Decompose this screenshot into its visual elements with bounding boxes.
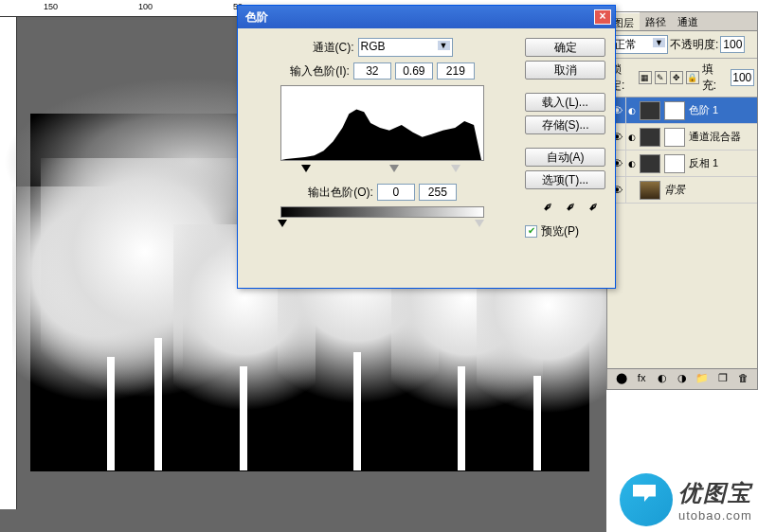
auto-button[interactable]: 自动(A) bbox=[525, 148, 605, 167]
layer-thumb bbox=[640, 128, 660, 147]
layer-item[interactable]: 👁 背景 bbox=[607, 177, 757, 204]
adjustment-icon: ◐ bbox=[626, 106, 638, 115]
channel-label: 通道(C): bbox=[313, 40, 354, 56]
output-black-slider[interactable] bbox=[278, 220, 287, 227]
tab-channels[interactable]: 通道 bbox=[672, 12, 704, 30]
new-layer-icon[interactable]: ❐ bbox=[715, 372, 731, 387]
lock-brush-icon[interactable]: ✎ bbox=[655, 71, 668, 84]
layer-name: 反相 1 bbox=[687, 156, 718, 170]
layer-item[interactable]: 👁 ◐ 反相 1 bbox=[607, 151, 757, 177]
layer-item[interactable]: 👁 ◐ 通道混合器 bbox=[607, 124, 757, 151]
output-white-slider[interactable] bbox=[475, 220, 484, 227]
channel-value: RGB bbox=[361, 40, 386, 53]
input-black-field[interactable]: 32 bbox=[353, 62, 391, 80]
folder-icon[interactable]: 📁 bbox=[695, 372, 710, 387]
tab-paths[interactable]: 路径 bbox=[640, 12, 672, 30]
histogram bbox=[280, 85, 484, 161]
channel-select[interactable]: RGB bbox=[358, 38, 453, 57]
fill-field[interactable]: 100 bbox=[731, 69, 754, 86]
layer-name: 通道混合器 bbox=[687, 130, 741, 144]
trunk bbox=[533, 376, 541, 470]
output-slider[interactable] bbox=[280, 220, 484, 231]
layer-thumb bbox=[640, 181, 660, 200]
trash-icon[interactable]: 🗑 bbox=[735, 372, 750, 387]
cancel-button[interactable]: 取消 bbox=[525, 61, 605, 80]
adjustment-icon: ◐ bbox=[626, 133, 638, 142]
gamma-slider[interactable] bbox=[389, 165, 399, 172]
input-slider[interactable] bbox=[280, 165, 484, 176]
options-button[interactable]: 选项(T)... bbox=[525, 170, 605, 189]
brand-cn: 优图宝 bbox=[678, 478, 752, 508]
layer-item[interactable]: 👁 ◐ 色阶 1 bbox=[607, 98, 757, 124]
layer-name: 背景 bbox=[662, 183, 685, 197]
output-gradient bbox=[280, 206, 484, 218]
lock-move-icon[interactable]: ✥ bbox=[670, 71, 683, 84]
input-white-field[interactable]: 219 bbox=[437, 62, 475, 80]
opacity-label: 不透明度: bbox=[670, 37, 718, 53]
link-icon[interactable]: ⬤ bbox=[614, 372, 629, 387]
layer-thumb bbox=[640, 154, 660, 173]
ok-button[interactable]: 确定 bbox=[525, 38, 605, 57]
lock-transparency-icon[interactable]: ▦ bbox=[639, 71, 652, 84]
output-black-field[interactable]: 0 bbox=[377, 184, 415, 201]
trunk bbox=[353, 352, 361, 470]
brand-watermark: 优图宝 utobao.com bbox=[620, 473, 752, 526]
trunk bbox=[154, 338, 162, 470]
dialog-title: 色阶 bbox=[242, 9, 268, 26]
trunk bbox=[107, 357, 115, 470]
input-levels-label: 输入色阶(I): bbox=[290, 63, 350, 80]
dialog-titlebar[interactable]: 色阶 × bbox=[238, 6, 615, 28]
lock-all-icon[interactable]: 🔒 bbox=[686, 71, 699, 84]
save-button[interactable]: 存储(S)... bbox=[525, 115, 605, 134]
layers-panel: 图层 路径 通道 正常 不透明度: 100 锁定: ▦ ✎ ✥ 🔒 填充: 10… bbox=[606, 11, 758, 390]
mask-icon[interactable]: ◐ bbox=[655, 372, 670, 387]
preview-label: 预览(P) bbox=[541, 223, 579, 239]
brand-logo-icon bbox=[620, 473, 673, 526]
blend-mode-value: 正常 bbox=[614, 38, 637, 51]
input-gamma-field[interactable]: 0.69 bbox=[395, 62, 433, 80]
levels-dialog: 色阶 × 通道(C): RGB 输入色阶(I): 32 0.69 219 bbox=[237, 5, 616, 289]
eyedropper-white-icon[interactable]: ✒ bbox=[585, 193, 608, 217]
trunk bbox=[458, 366, 465, 470]
mask-thumb bbox=[664, 154, 685, 173]
layer-name: 色阶 1 bbox=[687, 103, 718, 117]
panel-footer: ⬤ fx ◐ ◑ 📁 ❐ 🗑 bbox=[607, 368, 757, 389]
ruler-mark: 150 bbox=[44, 2, 58, 11]
output-white-field[interactable]: 255 bbox=[419, 184, 457, 201]
adjustment-new-icon[interactable]: ◑ bbox=[675, 372, 690, 387]
adjustment-icon: ◐ bbox=[626, 159, 638, 168]
brand-en: utobao.com bbox=[678, 508, 752, 523]
ruler-mark: 100 bbox=[138, 2, 153, 11]
load-button[interactable]: 载入(L)... bbox=[525, 93, 605, 112]
blend-mode-select[interactable]: 正常 bbox=[611, 35, 668, 54]
eyedropper-black-icon[interactable]: ✒ bbox=[539, 193, 563, 217]
trunk bbox=[240, 366, 247, 470]
fill-label: 填充: bbox=[702, 62, 728, 94]
black-point-slider[interactable] bbox=[301, 165, 311, 172]
fx-icon[interactable]: fx bbox=[634, 372, 649, 387]
close-button[interactable]: × bbox=[594, 9, 611, 25]
mask-thumb bbox=[664, 128, 685, 147]
preview-checkbox[interactable]: ✔ bbox=[525, 225, 537, 238]
output-levels-label: 输出色阶(O): bbox=[308, 185, 373, 201]
mask-thumb bbox=[664, 101, 685, 120]
eyedropper-gray-icon[interactable]: ✒ bbox=[562, 193, 586, 217]
layer-thumb bbox=[640, 101, 660, 120]
white-point-slider[interactable] bbox=[451, 165, 460, 172]
opacity-field[interactable]: 100 bbox=[720, 36, 745, 53]
